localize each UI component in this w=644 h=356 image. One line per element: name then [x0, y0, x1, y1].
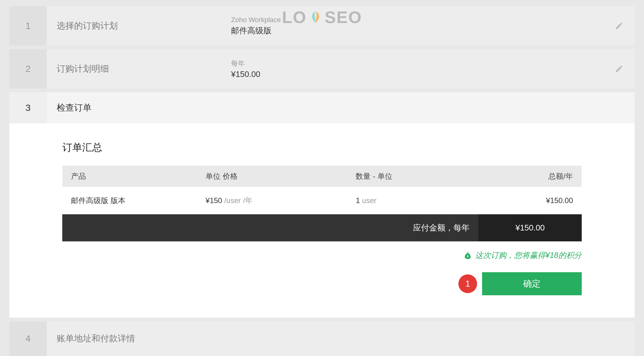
- order-summary-table: 产品 单位 价格 数量 - 单位 总额/年 邮件高级版 版本 ¥150 /use…: [62, 166, 582, 241]
- price-unit: /user /年: [222, 196, 252, 205]
- step-1-value-label: Zoho Workplace: [231, 16, 281, 24]
- order-summary-heading: 订单汇总: [62, 141, 582, 154]
- step-4-title: 账单地址和付款详情: [57, 333, 231, 344]
- pencil-icon[interactable]: [615, 64, 623, 73]
- price-value: ¥150: [206, 196, 222, 205]
- cell-quantity: 1 user: [347, 187, 478, 214]
- step-3-title: 检查订单: [57, 102, 231, 114]
- annotation-badge: 1: [458, 274, 477, 293]
- step-4-row: 4 账单地址和付款详情: [9, 321, 635, 356]
- total-label: 应付金额，每年: [62, 214, 478, 241]
- col-quantity: 数量 - 单位: [347, 166, 478, 187]
- step-2-value: 每年 ¥150.00: [231, 59, 260, 79]
- money-bag-icon: [463, 251, 472, 260]
- action-row: 1 确定: [62, 272, 582, 295]
- col-product: 产品: [62, 166, 197, 187]
- step-1-value: Zoho Workplace 邮件高级版: [231, 16, 281, 36]
- step-2-title: 订购计划明细: [57, 63, 231, 75]
- points-text: 这次订购，您将赢得¥18的积分: [475, 250, 582, 260]
- cell-unit-price: ¥150 /user /年: [197, 187, 347, 214]
- step-2-number: 2: [9, 49, 47, 88]
- step-1-title: 选择的订购计划: [57, 20, 231, 32]
- col-total: 总额/年: [478, 166, 582, 187]
- cell-product: 邮件高级版 版本: [62, 187, 197, 214]
- cell-row-total: ¥150.00: [478, 187, 582, 214]
- step-3-number: 3: [9, 92, 47, 123]
- step-1-body: 选择的订购计划 Zoho Workplace 邮件高级版: [47, 6, 635, 45]
- col-unit-price: 单位 价格: [197, 166, 347, 187]
- qty-value: 1: [356, 196, 360, 205]
- step-2-row: 2 订购计划明细 每年 ¥150.00: [9, 49, 635, 88]
- confirm-button[interactable]: 确定: [482, 272, 582, 295]
- table-row: 邮件高级版 版本 ¥150 /user /年 1 user ¥150.00: [62, 187, 582, 214]
- step-3-row: 3 检查订单: [9, 92, 635, 123]
- qty-unit: user: [360, 196, 376, 205]
- step-1-row: 1 选择的订购计划 Zoho Workplace 邮件高级版: [9, 6, 635, 45]
- total-value: ¥150.00: [478, 214, 582, 241]
- step-2-value-text: ¥150.00: [231, 69, 260, 79]
- step-2-body: 订购计划明细 每年 ¥150.00: [47, 49, 635, 88]
- step-3-body: 检查订单: [47, 92, 635, 123]
- order-summary-panel: 订单汇总 产品 单位 价格 数量 - 单位 总额/年 邮件高级版 版本 ¥150…: [9, 123, 635, 318]
- step-4-body: 账单地址和付款详情: [47, 321, 635, 356]
- table-total-row: 应付金额，每年 ¥150.00: [62, 214, 582, 241]
- table-header-row: 产品 单位 价格 数量 - 单位 总额/年: [62, 166, 582, 187]
- step-1-value-text: 邮件高级版: [231, 25, 281, 36]
- step-1-number: 1: [9, 6, 47, 45]
- pencil-icon[interactable]: [615, 21, 623, 30]
- step-4-number: 4: [9, 321, 47, 356]
- step-2-value-label: 每年: [231, 59, 260, 68]
- points-reward-line: 这次订购，您将赢得¥18的积分: [62, 241, 582, 263]
